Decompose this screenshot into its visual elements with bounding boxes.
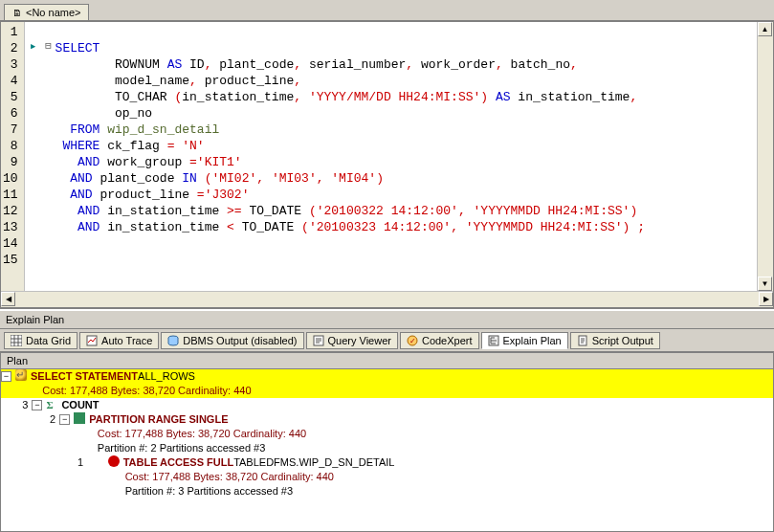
current-statement-icon: ▸ (30, 39, 37, 54)
sql-editor: 1 2 3 4 5 6 7 8 9 10 11 12 13 14 15 ▸ ⊟ … (0, 21, 774, 308)
scroll-down-icon[interactable]: ▼ (758, 277, 772, 291)
tab-query-viewer[interactable]: Query Viewer (306, 332, 398, 349)
scroll-right-icon[interactable]: ▶ (759, 292, 773, 306)
plan-node-detail: Partition #: 2 Partitions accessed #3 (1, 441, 773, 455)
svg-text:✓: ✓ (409, 337, 415, 345)
plan-node-select-statement[interactable]: − SELECT STATEMENT ALL_ROWS (1, 369, 773, 384)
tab-explain-plan[interactable]: Explain Plan (481, 332, 568, 349)
grid-icon (11, 335, 22, 346)
query-icon (313, 335, 324, 346)
sigma-icon: Σ (46, 398, 57, 410)
plan-node-count[interactable]: 3 − Σ COUNT (1, 398, 773, 412)
partition-icon (74, 412, 85, 424)
dbms-icon (167, 335, 179, 346)
editor-horizontal-scrollbar[interactable]: ◀ ▶ (1, 291, 773, 307)
tab-codexpert[interactable]: ✓ CodeXpert (400, 332, 479, 349)
editor-vertical-scrollbar[interactable]: ▲ ▼ (757, 22, 773, 291)
plan-node-detail: Partition #: 3 Partitions accessed #3 (1, 484, 773, 499)
trace-icon (86, 335, 98, 346)
plan-node-detail: Cost: 177,488 Bytes: 38,720 Cardinality:… (1, 470, 773, 484)
plan-node-detail: Cost: 177,488 Bytes: 38,720 Cardinality:… (1, 427, 773, 441)
plan-node-detail: Cost: 177,488 Bytes: 38,720 Cardinality:… (1, 384, 773, 398)
sql-code-area[interactable]: SELECT ROWNUM AS ID, plant_code, serial_… (55, 22, 757, 291)
plan-column-header: Plan (1, 353, 773, 369)
results-tab-bar: Data Grid Auto Trace DBMS Output (disabl… (0, 329, 774, 352)
tree-collapse-icon[interactable]: − (32, 400, 42, 410)
explain-plan-icon (488, 335, 499, 346)
tab-label: DBMS Output (disabled) (183, 335, 297, 346)
tab-auto-trace[interactable]: Auto Trace (79, 332, 159, 349)
explain-plan-panel: Plan − SELECT STATEMENT ALL_ROWS Cost: 1… (0, 352, 774, 532)
plan-node-table-access-full[interactable]: 1 TABLE ACCESS FULL TABLE DFMS.WIP_D_SN_… (1, 455, 773, 470)
tab-data-grid[interactable]: Data Grid (4, 332, 77, 349)
script-icon (577, 335, 588, 346)
file-tab-noname[interactable]: 🗎 <No name> (4, 4, 89, 20)
fold-column: ⊟ (42, 22, 55, 291)
tab-script-output[interactable]: Script Output (570, 332, 660, 349)
tab-label: Explain Plan (503, 335, 562, 346)
svg-rect-0 (11, 335, 22, 346)
results-pane-label: Explain Plan (0, 310, 774, 329)
tab-dbms-output[interactable]: DBMS Output (disabled) (161, 332, 303, 349)
tab-label: CodeXpert (422, 335, 473, 346)
scroll-left-icon[interactable]: ◀ (1, 292, 15, 306)
return-arrow-icon (15, 369, 27, 381)
tab-label: Data Grid (26, 335, 71, 346)
tab-label: Query Viewer (328, 335, 391, 346)
full-scan-icon (108, 455, 120, 467)
tree-collapse-icon[interactable]: − (59, 414, 70, 425)
file-tab-label: <No name> (26, 7, 80, 18)
statement-indicator-col: ▸ (25, 22, 42, 291)
tree-collapse-icon[interactable]: − (1, 371, 11, 382)
plan-tree[interactable]: − SELECT STATEMENT ALL_ROWS Cost: 177,48… (1, 369, 773, 531)
fold-toggle-icon[interactable]: ⊟ (45, 40, 52, 52)
tab-label: Auto Trace (101, 335, 152, 346)
file-tab-strip: 🗎 <No name> (0, 0, 774, 21)
sql-file-icon: 🗎 (12, 8, 22, 18)
line-number-gutter: 1 2 3 4 5 6 7 8 9 10 11 12 13 14 15 (1, 22, 25, 291)
plan-node-partition-range[interactable]: 2 − PARTITION RANGE SINGLE (1, 412, 773, 427)
scroll-up-icon[interactable]: ▲ (758, 22, 772, 36)
tab-label: Script Output (592, 335, 653, 346)
codexpert-icon: ✓ (407, 335, 418, 346)
